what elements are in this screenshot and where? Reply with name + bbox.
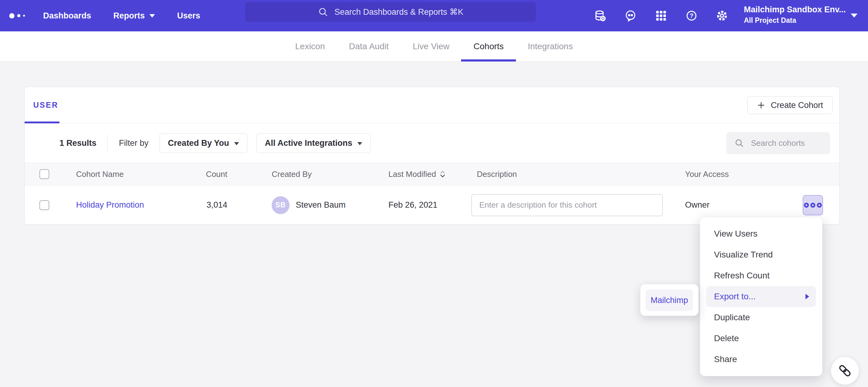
cohort-count-cell: 3,014: [173, 185, 227, 224]
row-checkbox[interactable]: [39, 200, 49, 210]
nav-reports[interactable]: Reports: [113, 11, 155, 21]
tab-user[interactable]: USER: [33, 101, 58, 109]
database-gear-icon: [594, 9, 606, 22]
logo-dot-icon: [17, 14, 20, 17]
tab-cohorts-label: Cohorts: [473, 41, 504, 51]
chevron-down-icon: [234, 142, 239, 145]
feedback-button[interactable]: [624, 9, 637, 23]
select-all-checkbox[interactable]: [39, 169, 49, 179]
tab-live-view[interactable]: Live View: [413, 31, 450, 62]
menu-item-view-users[interactable]: View Users: [706, 223, 816, 244]
menu-item-label: Export to...: [714, 292, 755, 302]
project-name: Mailchimp Sandbox Env...: [744, 5, 847, 14]
menu-item-visualize-trend[interactable]: Visualize Trend: [706, 244, 816, 265]
menu-item-refresh-count[interactable]: Refresh Count: [706, 265, 816, 286]
help-button[interactable]: ?: [685, 9, 698, 23]
top-navigation-bar: Dashboards Reports Users Search Dashboar…: [0, 0, 868, 31]
cohorts-page: USER Create Cohort 1 Results Filter by C…: [0, 62, 868, 387]
menu-item-mailchimp[interactable]: Mailchimp: [646, 289, 693, 311]
created-by-cell: SB Steven Baum: [272, 185, 346, 224]
chevron-down-icon: [149, 14, 155, 17]
cohort-name-link[interactable]: Holiday Promotion: [76, 200, 144, 210]
menu-item-export-to[interactable]: Export to...: [706, 286, 816, 307]
ellipsis-dot-icon: [804, 203, 809, 208]
menu-item-label: Delete: [714, 333, 739, 343]
logo-dot-icon: [23, 15, 25, 16]
row-checkbox-cell: [39, 185, 49, 224]
nav-users-label: Users: [177, 11, 200, 21]
link-icon: [836, 362, 854, 380]
created-by-name: Steven Baum: [296, 200, 346, 210]
settings-gear-icon: [716, 9, 728, 22]
chevron-down-icon: [357, 142, 362, 145]
tab-integrations-label: Integrations: [528, 41, 572, 51]
divider: [107, 135, 108, 151]
menu-item-label: View Users: [714, 229, 757, 239]
header-last-modified[interactable]: Last Modified: [389, 163, 445, 185]
header-count: Count: [173, 163, 227, 185]
header-created-by: Created By: [272, 163, 312, 185]
menu-item-label: Refresh Count: [714, 271, 770, 281]
filter-row: 1 Results Filter by Created By You All A…: [25, 124, 839, 163]
header-last-modified-label: Last Modified: [389, 170, 436, 179]
logo-dot-icon: [9, 13, 14, 19]
svg-text:?: ?: [690, 12, 693, 19]
nav-reports-label: Reports: [113, 11, 145, 21]
last-modified-cell: Feb 26, 2021: [389, 185, 437, 224]
sort-icon: [440, 170, 445, 178]
search-cohorts-field[interactable]: [726, 132, 830, 154]
tab-data-audit[interactable]: Data Audit: [349, 31, 389, 62]
menu-item-label: Visualize Trend: [714, 250, 773, 260]
mixpanel-cohorts-screen: Dashboards Reports Users Search Dashboar…: [0, 0, 868, 387]
data-management-subnav: Lexicon Data Audit Live View Cohorts Int…: [0, 31, 868, 62]
menu-item-share[interactable]: Share: [706, 349, 816, 370]
menu-item-duplicate[interactable]: Duplicate: [706, 307, 816, 328]
filter-by-label: Filter by: [119, 138, 149, 148]
filter-created-by-value: Created By You: [168, 138, 229, 148]
search-cohorts-input[interactable]: [750, 138, 821, 148]
create-cohort-button[interactable]: Create Cohort: [747, 96, 833, 114]
header-cohort-name: Cohort Name: [76, 163, 124, 185]
description-input[interactable]: [471, 194, 663, 216]
project-selector[interactable]: Mailchimp Sandbox Env... All Project Dat…: [744, 5, 867, 25]
filter-integrations-dropdown[interactable]: All Active Integrations: [256, 133, 371, 153]
tab-lexicon[interactable]: Lexicon: [295, 31, 325, 62]
cohort-name-cell: Holiday Promotion: [76, 185, 144, 224]
cohort-type-tabs: USER Create Cohort: [25, 87, 839, 124]
mixpanel-logo[interactable]: [9, 0, 25, 31]
filter-controls: 1 Results Filter by Created By You All A…: [59, 133, 380, 153]
search-icon: [318, 7, 328, 17]
filter-created-by-dropdown[interactable]: Created By You: [160, 133, 247, 153]
menu-item-delete[interactable]: Delete: [706, 328, 816, 349]
settings-button[interactable]: [715, 9, 729, 23]
description-cell: [471, 185, 663, 224]
project-scope: All Project Data: [744, 16, 867, 25]
global-search-bar[interactable]: Search Dashboards & Reports ⌘K: [245, 2, 536, 22]
global-search-placeholder: Search Dashboards & Reports ⌘K: [335, 7, 464, 17]
tab-live-view-label: Live View: [413, 41, 450, 51]
nav-users[interactable]: Users: [177, 11, 200, 21]
feedback-chat-icon: [624, 9, 637, 22]
export-submenu: Mailchimp: [640, 284, 699, 316]
menu-item-label: Share: [714, 354, 737, 364]
nav-dashboards-label: Dashboards: [43, 11, 91, 21]
nav-dashboards[interactable]: Dashboards: [43, 11, 91, 21]
tab-cohorts[interactable]: Cohorts: [473, 31, 504, 62]
header-checkbox-cell: [39, 163, 49, 185]
plus-icon: [757, 101, 766, 109]
header-description: Description: [477, 163, 517, 185]
filter-integrations-value: All Active Integrations: [265, 138, 352, 148]
apps-button[interactable]: [654, 9, 668, 23]
menu-item-label: Duplicate: [714, 313, 750, 322]
cohort-actions-menu: View Users Visualize Trend Refresh Count…: [700, 217, 823, 376]
row-actions-button[interactable]: [803, 195, 823, 215]
data-management-button[interactable]: [593, 9, 607, 23]
copy-link-fab[interactable]: [831, 356, 859, 385]
cohorts-card: USER Create Cohort 1 Results Filter by C…: [24, 87, 840, 224]
search-icon: [734, 138, 744, 148]
topbar-icon-group: ?: [593, 0, 729, 31]
tab-integrations[interactable]: Integrations: [528, 31, 572, 62]
primary-nav: Dashboards Reports Users: [43, 0, 200, 31]
apps-grid-icon: [655, 9, 667, 22]
tab-lexicon-label: Lexicon: [295, 41, 325, 51]
